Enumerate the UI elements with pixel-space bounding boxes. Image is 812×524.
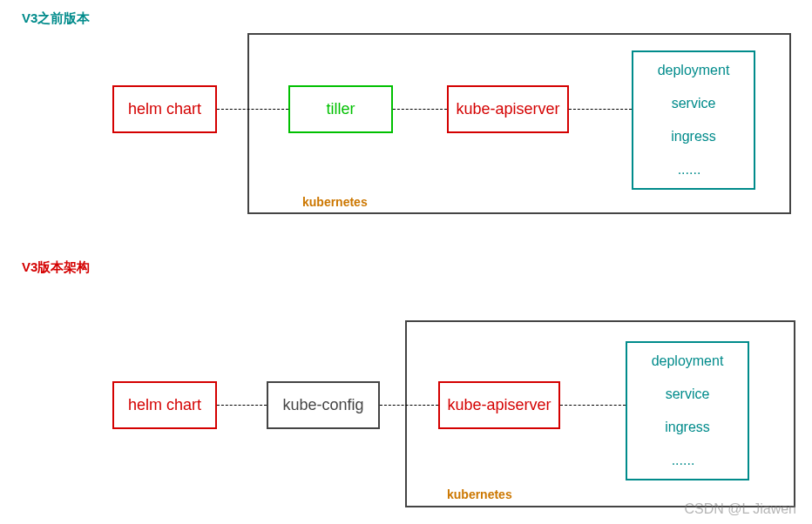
tiller-label: tiller	[326, 100, 355, 118]
resources-box-v3: deployment service ingress ......	[626, 341, 749, 480]
title-v2: V3之前版本	[22, 10, 90, 27]
connector-v2-3	[569, 109, 632, 111]
connector-v3-1	[217, 405, 267, 406]
helm-chart-label: helm chart	[128, 100, 201, 118]
resource-service: service	[672, 96, 716, 111]
k8s-label-v2: kubernetes	[302, 195, 368, 209]
watermark: CSDN @L Jiawen	[684, 501, 796, 517]
k8s-label-v3: kubernetes	[447, 487, 512, 501]
kube-apiserver-box-v2: kube-apiserver	[447, 85, 569, 133]
kube-config-box: kube-config	[267, 381, 380, 429]
helm-chart-box-v2: helm chart	[112, 85, 217, 133]
resources-box-v2: deployment service ingress ......	[632, 50, 755, 190]
resource-ingress-v3: ingress	[665, 420, 710, 435]
connector-v3-3	[560, 405, 626, 406]
connector-v2-2	[393, 109, 447, 111]
connector-v3-2	[380, 405, 438, 406]
resource-deployment-v3: deployment	[652, 353, 724, 369]
kube-apiserver-box-v3: kube-apiserver	[438, 381, 560, 429]
kube-config-label: kube-config	[282, 396, 363, 414]
kube-apiserver-label-v3: kube-apiserver	[447, 396, 551, 414]
resource-ingress: ingress	[671, 129, 716, 144]
kube-apiserver-label: kube-apiserver	[456, 100, 559, 118]
resource-more-v3: ......	[672, 453, 704, 468]
helm-chart-box-v3: helm chart	[112, 381, 217, 429]
resource-more: ......	[678, 162, 710, 178]
helm-chart-label-v3: helm chart	[128, 396, 201, 414]
connector-v2-1	[217, 109, 288, 111]
tiller-box: tiller	[288, 85, 393, 133]
resource-deployment: deployment	[658, 63, 730, 78]
resource-service-v3: service	[666, 386, 710, 402]
title-v3: V3版本架构	[22, 259, 90, 276]
